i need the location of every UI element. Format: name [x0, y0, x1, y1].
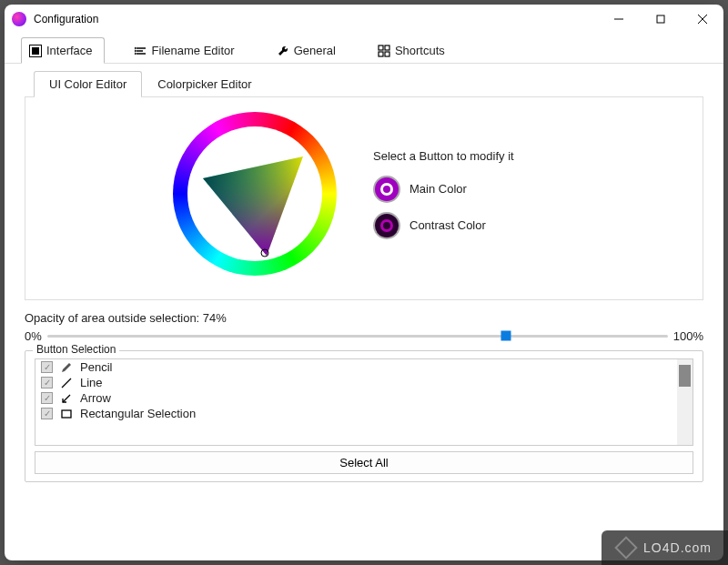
- tab-general-label: General: [294, 44, 336, 57]
- tab-shortcuts[interactable]: Shortcuts: [369, 37, 457, 63]
- svg-rect-5: [32, 47, 39, 55]
- contrast-color-label: Contrast Color: [410, 218, 486, 232]
- filename-icon: [135, 45, 147, 57]
- main-tabbar: Interface Filename Editor General Shortc…: [5, 34, 723, 64]
- button-selection-legend: Button Selection: [33, 343, 119, 356]
- svg-point-11: [135, 53, 136, 54]
- color-wheel[interactable]: [173, 112, 337, 276]
- tab-shortcuts-label: Shortcuts: [395, 44, 445, 57]
- opacity-slider-row: 0% 100%: [25, 327, 703, 345]
- svg-point-9: [135, 47, 136, 48]
- list-item: ✓ Line: [35, 375, 693, 390]
- arrow-icon: [60, 392, 73, 405]
- svg-rect-15: [385, 52, 389, 56]
- svg-line-21: [63, 395, 70, 402]
- contrast-color-button[interactable]: Contrast Color: [373, 212, 555, 239]
- subtab-colorpicker-editor[interactable]: Colorpicker Editor: [142, 71, 267, 96]
- opacity-max-label: 100%: [673, 329, 703, 343]
- color-hint: Select a Button to modify it: [373, 149, 555, 163]
- svg-point-10: [135, 50, 136, 51]
- list-item: ✓ Pencil: [35, 359, 693, 375]
- watermark: LO4D.com: [602, 530, 728, 565]
- opacity-slider[interactable]: [47, 327, 668, 345]
- svg-line-20: [62, 378, 71, 388]
- tool-list[interactable]: ✓ Pencil ✓ Line ✓ Arrow ✓ Rectan: [35, 358, 693, 446]
- main-color-label: Main Color: [410, 182, 467, 196]
- opacity-section: Opacity of area outside selection: 74% 0…: [25, 311, 703, 345]
- tab-filename-editor[interactable]: Filename Editor: [126, 37, 247, 63]
- wrench-icon: [277, 45, 289, 57]
- pencil-icon: [60, 361, 73, 374]
- watermark-logo-icon: [614, 536, 637, 559]
- scrollbar[interactable]: [677, 359, 693, 445]
- svg-rect-1: [657, 15, 664, 23]
- close-button[interactable]: [682, 5, 723, 34]
- checkbox[interactable]: ✓: [41, 408, 53, 419]
- window-title: Configuration: [34, 13, 598, 25]
- tab-general[interactable]: General: [268, 37, 348, 63]
- opacity-min-label: 0%: [25, 329, 42, 343]
- minimize-button[interactable]: [598, 5, 640, 34]
- titlebar[interactable]: Configuration: [5, 5, 723, 34]
- maximize-button[interactable]: [640, 5, 682, 34]
- grid-icon: [378, 45, 390, 57]
- svg-rect-22: [62, 410, 71, 418]
- tab-interface[interactable]: Interface: [21, 37, 105, 63]
- line-icon: [60, 377, 73, 389]
- tab-interface-label: Interface: [46, 44, 93, 57]
- button-selection-fieldset: Button Selection ✓ Pencil ✓ Line ✓ Arrow: [25, 350, 703, 482]
- main-color-swatch-icon: [373, 176, 400, 203]
- svg-rect-12: [379, 45, 383, 50]
- app-icon: [12, 12, 26, 26]
- checkbox[interactable]: ✓: [41, 377, 53, 388]
- contrast-color-swatch-icon: [373, 212, 400, 239]
- sub-tabbar: UI Color Editor Colorpicker Editor: [25, 71, 703, 97]
- content-area: UI Color Editor Colorpicker Editor: [5, 64, 723, 560]
- window-buttons: [598, 5, 723, 34]
- interface-icon: [29, 45, 42, 57]
- svg-rect-14: [379, 52, 383, 56]
- color-buttons: Select a Button to modify it Main Color …: [373, 149, 555, 239]
- scroll-thumb[interactable]: [679, 365, 691, 387]
- checkbox[interactable]: ✓: [41, 361, 53, 373]
- watermark-text: LO4D.com: [643, 540, 712, 555]
- slider-track: [47, 335, 668, 338]
- main-color-button[interactable]: Main Color: [373, 176, 555, 203]
- list-item: ✓ Arrow: [35, 390, 693, 406]
- tool-label: Line: [80, 376, 103, 389]
- tool-label: Pencil: [80, 360, 112, 374]
- slider-thumb[interactable]: [501, 331, 511, 341]
- svg-marker-18: [203, 156, 303, 256]
- list-item: ✓ Rectangular Selection: [35, 406, 693, 421]
- tab-filename-label: Filename Editor: [152, 44, 235, 57]
- tool-label: Rectangular Selection: [80, 407, 196, 420]
- ui-color-editor-panel: Select a Button to modify it Main Color …: [25, 97, 703, 300]
- rectangle-icon: [60, 408, 73, 420]
- tool-label: Arrow: [80, 391, 111, 405]
- config-window: Configuration Interface Filename Editor …: [5, 5, 723, 560]
- checkbox[interactable]: ✓: [41, 392, 53, 404]
- subtab-ui-color-editor[interactable]: UI Color Editor: [34, 71, 142, 96]
- opacity-label: Opacity of area outside selection: 74%: [25, 311, 703, 325]
- svg-rect-13: [385, 45, 389, 50]
- sv-triangle-icon: [187, 126, 323, 262]
- select-all-button[interactable]: Select All: [35, 451, 693, 474]
